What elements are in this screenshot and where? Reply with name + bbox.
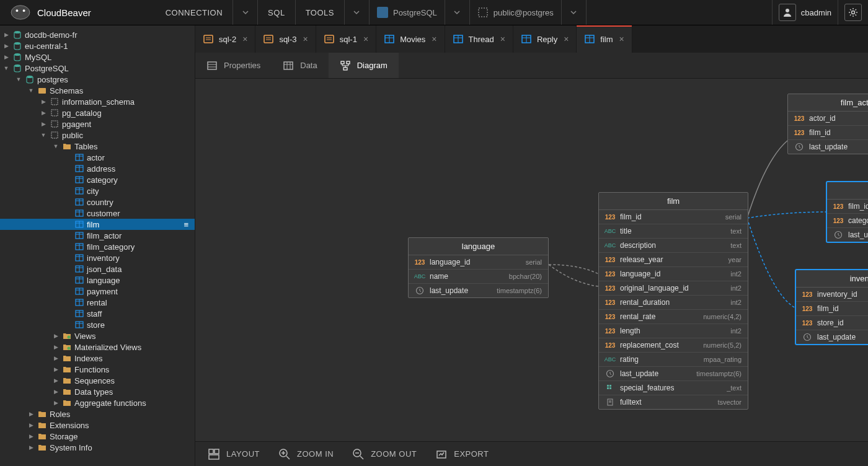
context-path-chevron[interactable] xyxy=(562,0,587,25)
editor-tab-sql-3[interactable]: sql-3× xyxy=(255,25,316,53)
erd-column-last_update[interactable]: last_updatetimestamptz(6) xyxy=(409,284,548,297)
tree-item-docdb-demo-fr[interactable]: ▶docdb-demo-fr xyxy=(0,29,195,40)
editor-tab-sql-2[interactable]: sql-2× xyxy=(195,25,255,53)
chevron-right-icon[interactable]: ▶ xyxy=(52,332,60,340)
chevron-right-icon[interactable]: ▶ xyxy=(52,388,60,395)
chevron-right-icon[interactable]: ▶ xyxy=(52,399,60,407)
tree-item-information-schema[interactable]: ▶information_schema xyxy=(0,96,195,107)
tree-item-postgresql[interactable]: ▼PostgreSQL xyxy=(0,63,195,74)
close-icon[interactable]: × xyxy=(241,34,249,44)
erd-column-film_id[interactable]: 123film_idserial xyxy=(599,210,748,224)
tree-item-data-types[interactable]: ▶Data types xyxy=(0,386,195,397)
export-button[interactable]: EXPORT xyxy=(435,448,489,460)
erd-column-store_id[interactable]: 123store_idint2 xyxy=(796,316,868,330)
zoom-in-button[interactable]: ZOOM IN xyxy=(278,448,334,460)
erd-column-length[interactable]: 123lengthint2 xyxy=(599,324,748,338)
tree-item-menu-icon[interactable]: ≡ xyxy=(184,220,192,229)
chevron-down-icon[interactable]: ▼ xyxy=(15,76,22,83)
chevron-right-icon[interactable]: ▶ xyxy=(40,120,47,128)
settings-button[interactable] xyxy=(838,0,868,25)
erd-column-film_id[interactable]: 123film_idint2 xyxy=(796,302,868,316)
zoom-out-button[interactable]: ZOOM OUT xyxy=(352,448,417,460)
chevron-right-icon[interactable]: ▶ xyxy=(40,109,47,116)
chevron-right-icon[interactable]: ▶ xyxy=(52,377,60,384)
menu-connection-chevron[interactable] xyxy=(233,0,258,25)
menu-sql[interactable]: SQL xyxy=(258,0,296,25)
erd-column-replacement_cost[interactable]: 123replacement_costnumeric(5,2) xyxy=(599,338,748,353)
chevron-right-icon[interactable]: ▶ xyxy=(52,343,60,351)
erd-column-language_id[interactable]: 123language_idserial xyxy=(409,255,548,270)
chevron-right-icon[interactable]: ▶ xyxy=(52,366,60,373)
erd-column-last_update[interactable]: last_updatetimestamptz(6) xyxy=(599,367,748,381)
menu-connection[interactable]: CONNECTION xyxy=(156,0,233,25)
view-tab-properties[interactable]: Properties xyxy=(195,53,272,78)
chevron-right-icon[interactable]: ▶ xyxy=(40,98,47,105)
tree-item-views[interactable]: ▶Views xyxy=(0,330,195,341)
editor-tab-Thread[interactable]: Thread× xyxy=(445,25,513,53)
tree-item-address[interactable]: address xyxy=(0,163,195,174)
tree-item-sequences[interactable]: ▶Sequences xyxy=(0,375,195,386)
erd-table-film[interactable]: film 123film_idserialABCtitletextABCdesc… xyxy=(598,192,748,410)
menu-tools[interactable]: TOOLS xyxy=(296,0,345,25)
context-db[interactable]: PostgreSQL xyxy=(370,0,445,25)
tree-item-film-category[interactable]: film_category xyxy=(0,241,195,252)
tree-item-postgres[interactable]: ▼postgres xyxy=(0,74,195,85)
chevron-down-icon[interactable]: ▼ xyxy=(27,87,35,94)
tree-item-category[interactable]: category xyxy=(0,174,195,185)
tree-item-indexes[interactable]: ▶Indexes xyxy=(0,353,195,364)
tree-item-system-info[interactable]: ▶System Info xyxy=(0,442,195,453)
chevron-right-icon[interactable]: ▶ xyxy=(2,53,10,61)
erd-table-film-category[interactable]: film_category 123film_idint2123category_… xyxy=(826,182,868,242)
close-icon[interactable]: × xyxy=(499,34,507,44)
tree-item-tables[interactable]: ▼Tables xyxy=(0,141,195,152)
erd-column-special_features[interactable]: special_features_text xyxy=(599,381,748,395)
tree-item-roles[interactable]: ▶Roles xyxy=(0,408,195,420)
view-tab-diagram[interactable]: Diagram xyxy=(329,53,399,78)
tree-item-storage[interactable]: ▶Storage xyxy=(0,431,195,442)
erd-column-title[interactable]: ABCtitletext xyxy=(599,224,748,239)
erd-table-film-actor[interactable]: film_actor 123actor_idint2123film_idint2… xyxy=(787,94,868,154)
tree-item-staff[interactable]: staff xyxy=(0,308,195,319)
chevron-down-icon[interactable]: ▼ xyxy=(2,64,10,72)
erd-column-last_update[interactable]: last_updatetimestamptz(6) xyxy=(796,330,868,344)
tree-item-country[interactable]: country xyxy=(0,196,195,208)
erd-column-film_id[interactable]: 123film_idint2 xyxy=(827,200,868,214)
erd-column-last_update[interactable]: last_updatetimestamptz(6) xyxy=(827,228,868,242)
erd-column-description[interactable]: ABCdescriptiontext xyxy=(599,239,748,253)
chevron-down-icon[interactable]: ▼ xyxy=(52,143,60,150)
erd-table-inventory[interactable]: inventory 123inventory_idserial123film_i… xyxy=(795,270,868,345)
tree-item-rental[interactable]: rental xyxy=(0,297,195,308)
tree-item-customer[interactable]: customer xyxy=(0,208,195,219)
chevron-right-icon[interactable]: ▶ xyxy=(52,354,60,362)
erd-column-release_year[interactable]: 123release_yearyear xyxy=(599,253,748,267)
view-tab-data[interactable]: Data xyxy=(272,53,328,78)
close-icon[interactable]: × xyxy=(362,34,370,44)
close-icon[interactable]: × xyxy=(618,34,626,44)
erd-column-original_language_id[interactable]: 123original_language_idint2 xyxy=(599,281,748,296)
erd-column-last_update[interactable]: last_updatetimestamptz(6) xyxy=(788,140,868,154)
chevron-down-icon[interactable]: ▼ xyxy=(40,131,47,139)
erd-column-category_id[interactable]: 123category_idint2 xyxy=(827,214,868,228)
tree-item-mysql[interactable]: ▶MySQL xyxy=(0,51,195,63)
erd-column-fulltext[interactable]: fulltexttsvector xyxy=(599,395,748,409)
editor-tab-Reply[interactable]: Reply× xyxy=(513,25,577,53)
chevron-right-icon[interactable]: ▶ xyxy=(27,410,35,418)
erd-column-film_id[interactable]: 123film_idint2 xyxy=(788,126,868,140)
tree-item-payment[interactable]: payment xyxy=(0,286,195,297)
close-icon[interactable]: × xyxy=(430,34,438,44)
diagram-canvas[interactable]: language 123language_idserialABCnamebpch… xyxy=(195,79,868,441)
editor-tab-film[interactable]: film× xyxy=(577,25,632,53)
chevron-right-icon[interactable]: ▶ xyxy=(2,31,10,38)
erd-column-rental_rate[interactable]: 123rental_ratenumeric(4,2) xyxy=(599,310,748,324)
tree-item-eu-central-1[interactable]: ▶eu-central-1 xyxy=(0,40,195,51)
tree-item-pgagent[interactable]: ▶pgagent xyxy=(0,118,195,130)
tree-item-public[interactable]: ▼public xyxy=(0,130,195,141)
tree-item-city[interactable]: city xyxy=(0,185,195,196)
context-path[interactable]: public@postgres xyxy=(470,0,562,25)
close-icon[interactable]: × xyxy=(562,34,570,44)
tree-item-functions[interactable]: ▶Functions xyxy=(0,364,195,375)
tree-item-film-actor[interactable]: film_actor xyxy=(0,230,195,241)
tree-item-schemas[interactable]: ▼Schemas xyxy=(0,85,195,96)
erd-column-rental_duration[interactable]: 123rental_durationint2 xyxy=(599,296,748,310)
tree-item-inventory[interactable]: inventory xyxy=(0,252,195,263)
